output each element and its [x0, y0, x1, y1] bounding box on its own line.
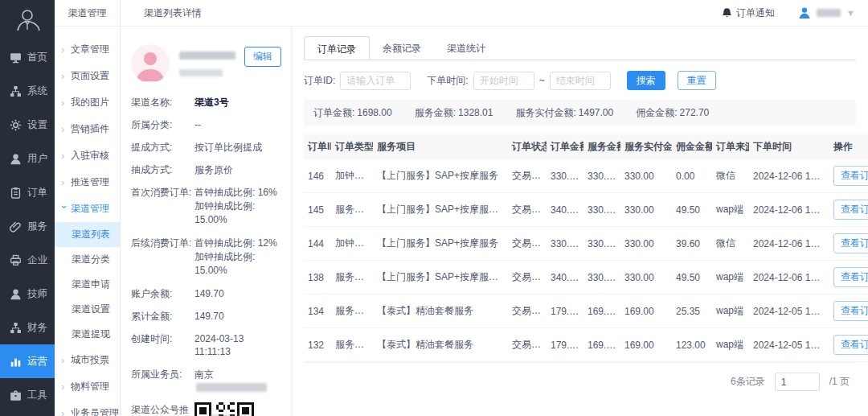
view-order-button[interactable]: 查看订单 — [833, 335, 868, 355]
table-cell: 330.00 — [547, 159, 583, 193]
chevron-right-icon: › — [61, 71, 68, 81]
user-icon — [10, 288, 22, 300]
sidebar-subitem-channel-category[interactable]: 渠道分类 — [55, 247, 120, 272]
monitor-icon — [10, 51, 22, 64]
view-order-button[interactable]: 查看订单 — [833, 301, 868, 321]
sidebar-subitem-channel-settings[interactable]: 渠道设置 — [55, 297, 120, 322]
topbar-right: 订单通知 ▼ — [722, 6, 868, 20]
order-id-input[interactable] — [340, 72, 411, 90]
sidebar-item-channel-management[interactable]: ›渠道管理 — [55, 196, 120, 222]
end-time-input[interactable] — [550, 72, 611, 90]
rail-item-users[interactable]: 用户 — [0, 142, 55, 175]
detail-field-value: 南京 — [194, 368, 281, 393]
view-order-button[interactable]: 查看订单 — [833, 233, 868, 253]
view-order-button[interactable]: 查看订单 — [833, 200, 868, 220]
table-cell: 加钟订单 — [331, 159, 373, 193]
reset-button[interactable]: 重置 — [678, 71, 716, 90]
view-order-button[interactable]: 查看订单 — [833, 267, 868, 287]
chevron-right-icon: › — [61, 150, 68, 161]
table-cell: 2024-12-06 16:24:55 — [749, 159, 829, 193]
summary-label: 服务实付金额: — [515, 107, 575, 118]
sidebar-item-push-management[interactable]: ›推送管理 — [55, 169, 120, 196]
page-tab[interactable]: 渠道列表详情 — [144, 6, 202, 20]
table-cell: 340.00 — [547, 261, 583, 294]
rail-item-services[interactable]: 服务 — [0, 209, 55, 243]
rail-item-enterprise[interactable]: 企业 — [0, 243, 55, 277]
rail-item-orders[interactable]: 订单 — [0, 175, 55, 209]
clipboard-icon — [10, 187, 22, 199]
printer-icon — [10, 254, 22, 266]
page-input[interactable] — [775, 373, 820, 391]
detail-field: 创建时间:2024-03-13 11:11:13 — [131, 332, 281, 358]
table-cell: 25.35 — [672, 294, 712, 328]
tab-channel-stats[interactable]: 渠道统计 — [434, 36, 498, 60]
start-time-input[interactable] — [473, 72, 534, 90]
rail-item-home[interactable]: 首页 — [0, 40, 55, 74]
sidebar-subitem-channel-withdrawal[interactable]: 渠道提现 — [55, 322, 120, 347]
rail-item-technicians[interactable]: 技师 — [0, 277, 55, 311]
edit-button[interactable]: 编辑 — [244, 47, 281, 67]
sidebar-item-page-settings[interactable]: ›页面设置 — [55, 63, 120, 89]
rail-item-settings[interactable]: 设置 — [0, 108, 55, 142]
sidebar-item-label: 入驻审核 — [71, 149, 109, 163]
table-cell: 330.00 — [547, 227, 583, 261]
table-cell: 330.00 — [620, 227, 672, 261]
redacted-text — [196, 383, 267, 392]
sidebar-subitem-label: 渠道列表 — [72, 228, 110, 241]
summary-label: 服务金额: — [415, 107, 456, 118]
search-button[interactable]: 搜索 — [627, 71, 665, 90]
sitemap-icon — [10, 85, 22, 97]
table-row: 132服务订单【泰式】精油套餐服务交易完成179.00169.00169.001… — [304, 328, 868, 362]
sidebar-subitem-channel-list[interactable]: 渠道列表 — [55, 222, 120, 247]
sidebar-item-article-management[interactable]: ›文章管理 — [55, 36, 120, 63]
sidebar-item-material-management[interactable]: ›物料管理 — [55, 373, 120, 400]
sidebar-subitem-channel-application[interactable]: 渠道申请 — [55, 272, 120, 297]
rail-item-finance[interactable]: 财务 — [0, 311, 55, 344]
detail-field-label: 所属分类: — [131, 118, 194, 131]
detail-field: 首次消费订单:首钟抽成比例: 16%加钟抽成比例: 15.00% — [131, 186, 281, 227]
sidebar-item-city-voting[interactable]: ›城市投票 — [55, 347, 120, 373]
sidebar-item-salesman-management[interactable]: ›业务员管理 — [55, 400, 120, 416]
table-cell: 微信 — [712, 159, 749, 193]
column-header: 订单ID — [304, 134, 331, 159]
sidebar-item-my-images[interactable]: ›我的图片 — [55, 89, 120, 116]
summary-value: 1698.00 — [357, 107, 391, 118]
rail-item-tools[interactable]: 工具 — [0, 378, 55, 412]
table-cell: 【泰式】精油套餐服务 — [373, 294, 508, 328]
column-header: 订单状态 — [508, 134, 547, 159]
table-row: 146加钟订单【上门服务】SAP+按摩服务交易完成330.00330.00330… — [304, 159, 868, 193]
user-avatar-icon[interactable] — [798, 6, 811, 19]
action-cell: 查看订单 — [829, 294, 868, 328]
sidebar-item-label: 我的图片 — [71, 96, 109, 109]
sidebar-subitem-label: 渠道设置 — [72, 303, 110, 316]
column-header: 服务实付金额 — [620, 134, 672, 159]
order-notice-button[interactable]: 订单通知 — [722, 6, 775, 20]
sidebar-item-merchant-review[interactable]: ›入驻审核 — [55, 142, 120, 169]
detail-field-text: 149.70 — [194, 288, 224, 299]
table-cell: 340.00 — [547, 193, 583, 227]
module-tab[interactable]: 渠道管理 — [55, 6, 120, 20]
rail-item-operations[interactable]: 运营 — [0, 344, 55, 378]
table-header-row: 订单ID订单类型服务项目订单状态订单金额服务金额服务实付金额佣金金额订单来源下单… — [304, 134, 868, 159]
column-header: 佣金金额 — [672, 134, 712, 159]
action-cell: 查看订单 — [829, 227, 868, 261]
paperclip-icon — [10, 220, 22, 233]
sidebar-subitem-label: 渠道分类 — [72, 253, 110, 266]
tab-order-records[interactable]: 订单记录 — [304, 36, 370, 60]
rail-item-label: 运营 — [27, 355, 47, 369]
sidebar-item-marketing-plugins[interactable]: ›营销插件 — [55, 116, 120, 142]
username-redacted[interactable] — [817, 9, 841, 17]
detail-field-label: 累计金额: — [131, 310, 194, 323]
view-order-button[interactable]: 查看订单 — [833, 166, 868, 186]
bell-icon — [722, 7, 732, 19]
tab-balance-records[interactable]: 余额记录 — [370, 36, 434, 60]
gear-icon — [10, 119, 22, 131]
detail-field: 所属分类:-- — [131, 118, 281, 131]
sidebar-item-label: 页面设置 — [71, 69, 109, 83]
summary-item: 服务实付金额:1497.00 — [515, 106, 613, 120]
table-cell: 2024-12-06 16:24:37 — [749, 193, 829, 227]
table-cell: 交易完成 — [508, 159, 547, 193]
rail-item-system[interactable]: 系统 — [0, 74, 55, 108]
rail-items: 首页系统设置用户订单服务企业技师财务运营工具 — [0, 40, 55, 412]
chevron-down-icon[interactable]: ▼ — [846, 8, 855, 18]
